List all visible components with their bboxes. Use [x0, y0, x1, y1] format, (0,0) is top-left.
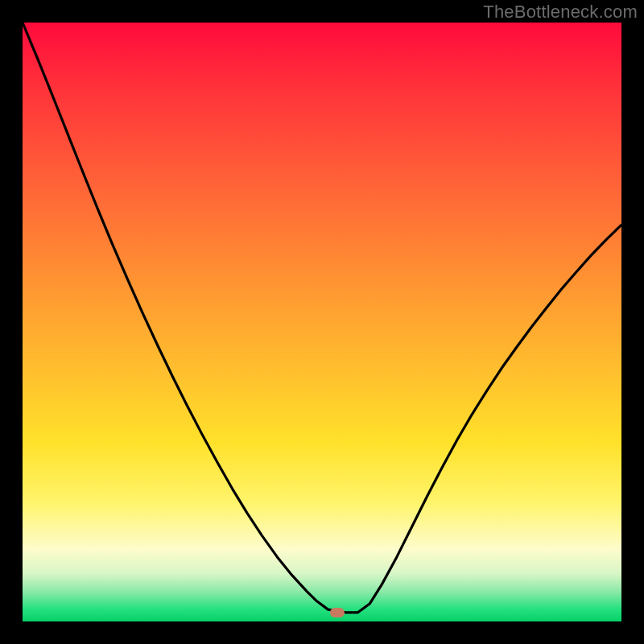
- watermark-text: TheBottleneck.com: [483, 2, 638, 23]
- minimum-marker: [330, 608, 345, 617]
- bottleneck-curve: [23, 23, 621, 621]
- plot-area: [23, 23, 621, 621]
- chart-frame: TheBottleneck.com: [0, 0, 644, 644]
